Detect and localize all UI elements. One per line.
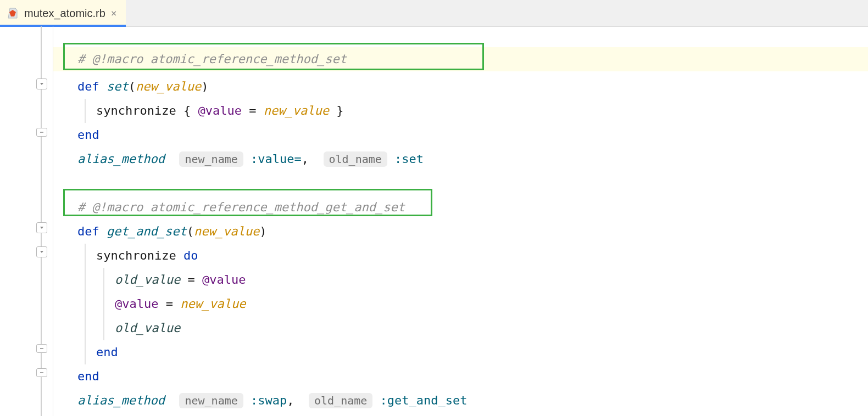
fold-column: [36, 26, 53, 416]
code-line-end-get-and-set: end: [53, 364, 868, 389]
code-line-ivar-assign: @value = new_value: [53, 292, 868, 316]
gutter: [0, 26, 53, 416]
code-line-old-assign: old_value = @value: [53, 268, 868, 292]
comment-macro-get-and-set: # @!macro atomic_reference_method_get_an…: [77, 200, 405, 214]
fold-end-set[interactable]: [36, 128, 47, 137]
fold-end-do-block[interactable]: [36, 344, 47, 353]
ruby-file-icon: [7, 7, 19, 19]
code-line-end-do: end: [53, 340, 868, 364]
code-line-blank: [53, 171, 868, 195]
code-line-sync-block: synchronize { @value = new_value }: [53, 99, 868, 123]
code-line-sync-do: synchronize do: [53, 244, 868, 268]
code-area[interactable]: # @!macro atomic_reference_method_set de…: [53, 26, 868, 416]
tab-close-icon[interactable]: ×: [111, 8, 117, 18]
code-line-comment-1: # @!macro atomic_reference_method_set: [53, 47, 868, 71]
tab-strip: mutex_atomic.rb ×: [0, 0, 868, 27]
fold-handle-get-and-set[interactable]: [36, 222, 47, 233]
fold-end-get-and-set[interactable]: [36, 368, 47, 377]
comment-macro-set: # @!macro atomic_reference_method_set: [77, 52, 347, 66]
code-line-comment-2: # @!macro atomic_reference_method_get_an…: [53, 195, 868, 220]
fold-handle-do-block[interactable]: [36, 246, 47, 257]
code-line-alias-value: alias_method new_name :value=, old_name …: [53, 147, 868, 171]
inlay-hint-new-name: new_name: [179, 393, 243, 408]
code-line-end-set: end: [53, 123, 868, 147]
tab-label: mutex_atomic.rb: [24, 1, 105, 25]
code-line-alias-swap: alias_method new_name :swap, old_name :g…: [53, 389, 868, 413]
fold-handle-set[interactable]: [36, 78, 47, 89]
inlay-hint-new-name: new_name: [179, 151, 243, 167]
code-line-def-get-and-set: def get_and_set(new_value): [53, 220, 868, 244]
inlay-hint-old-name: old_name: [309, 393, 372, 408]
code-line-old-return: old_value: [53, 316, 868, 340]
editor-area: # @!macro atomic_reference_method_set de…: [0, 26, 868, 416]
editor-window: { "tab": { "filename": "mutex_atomic.rb"…: [0, 0, 868, 416]
tab-mutex-atomic[interactable]: mutex_atomic.rb ×: [0, 0, 126, 26]
code-line-def-set: def set(new_value): [53, 75, 868, 99]
inlay-hint-old-name: old_name: [324, 151, 387, 167]
